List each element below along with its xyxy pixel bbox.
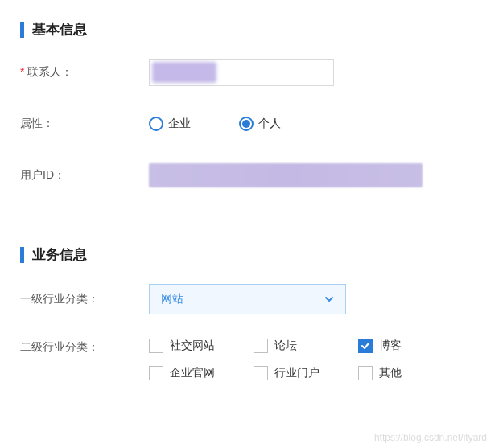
checkbox-label: 社交网站 [170, 339, 215, 353]
checkbox-box-icon [254, 366, 268, 380]
contact-input-wrapper [149, 59, 334, 86]
row-attribute: 属性： 企业 个人 [20, 110, 483, 138]
checkbox-row: 社交网站 论坛 博客 [149, 339, 431, 353]
checkbox-box-icon [358, 366, 373, 380]
section-bar-icon [20, 22, 24, 38]
label-contact: *联系人： [20, 65, 149, 80]
checkbox-label: 博客 [379, 339, 402, 353]
section-header-basic: 基本信息 [20, 20, 483, 39]
checkbox-label: 其他 [379, 366, 402, 380]
label-userid: 用户ID： [20, 168, 149, 183]
radio-label: 个人 [258, 117, 281, 131]
secondary-category-grid: 社交网站 论坛 博客 企业官网 [149, 339, 431, 380]
checkbox-forum[interactable]: 论坛 [254, 339, 326, 353]
radio-enterprise[interactable]: 企业 [149, 117, 191, 131]
section-bar-icon [20, 247, 24, 263]
checkbox-box-icon [254, 339, 268, 353]
label-primary-category: 一级行业分类： [20, 292, 149, 306]
label-contact-text: 联系人： [27, 65, 72, 78]
section-title: 业务信息 [32, 245, 87, 264]
checkbox-label: 企业官网 [170, 366, 215, 380]
section-title: 基本信息 [32, 20, 87, 39]
label-secondary-category: 二级行业分类： [20, 339, 149, 355]
checkbox-box-icon [149, 339, 163, 353]
section-header-business: 业务信息 [20, 245, 483, 264]
row-contact: *联系人： [20, 59, 483, 86]
checkbox-official[interactable]: 企业官网 [149, 366, 221, 380]
checkbox-row: 企业官网 行业门户 其他 [149, 366, 431, 380]
radio-personal[interactable]: 个人 [239, 117, 281, 131]
checkbox-label: 论坛 [274, 339, 297, 353]
checkbox-other[interactable]: 其他 [358, 366, 431, 380]
row-secondary-category: 二级行业分类： 社交网站 论坛 博客 [20, 339, 483, 380]
radio-circle-icon [239, 117, 254, 131]
row-userid: 用户ID： [20, 162, 483, 189]
row-primary-category: 一级行业分类： 网站 [20, 284, 483, 314]
select-value: 网站 [161, 292, 183, 306]
checkbox-box-icon [358, 339, 373, 353]
userid-value [149, 163, 423, 187]
radio-circle-icon [149, 117, 163, 131]
primary-category-select[interactable]: 网站 [149, 284, 346, 314]
checkbox-box-icon [149, 366, 163, 380]
checkbox-label: 行业门户 [274, 366, 320, 380]
label-attribute: 属性： [20, 117, 149, 131]
checkbox-blog[interactable]: 博客 [358, 339, 431, 353]
attribute-radio-group: 企业 个人 [149, 117, 281, 131]
redacted-overlay [152, 62, 216, 83]
checkbox-social[interactable]: 社交网站 [149, 339, 221, 353]
checkbox-portal[interactable]: 行业门户 [254, 366, 326, 380]
required-asterisk: * [20, 65, 24, 78]
radio-label: 企业 [168, 117, 191, 131]
chevron-down-icon [324, 294, 334, 304]
